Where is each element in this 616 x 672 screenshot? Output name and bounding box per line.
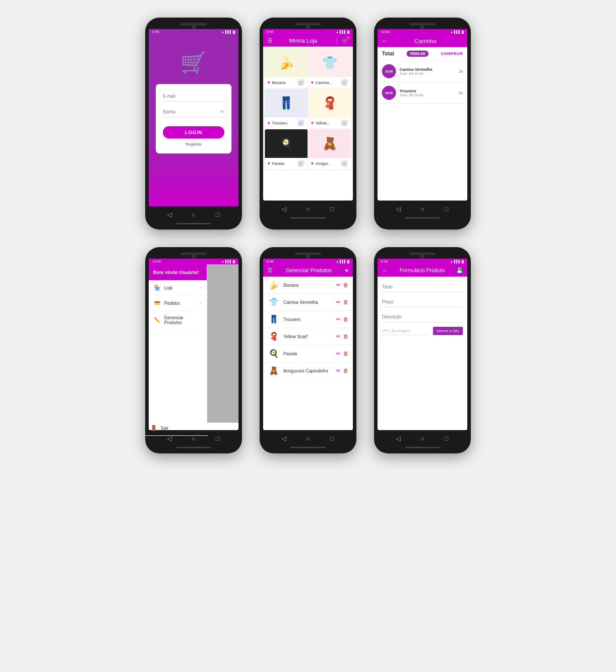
buy-button[interactable]: COMPRAR [441, 51, 463, 56]
shirt-emoji: 👕 [268, 297, 280, 307]
register-link[interactable]: Registrar [163, 142, 224, 146]
cart-icon[interactable]: 🛒2 [342, 38, 348, 44]
add-to-cart-icon[interactable]: 🛒 [341, 160, 348, 167]
product-footer: ♥ Camisa... 🛒 [308, 77, 351, 88]
add-to-cart-icon[interactable]: 🛒 [297, 79, 305, 86]
product-card-banana: 🍌 ♥ Banana 🛒 [265, 48, 308, 88]
edit-icon[interactable]: ✏ [336, 299, 341, 305]
recents-nav-btn[interactable]: □ [214, 435, 222, 442]
product-name-pan: Panela [283, 351, 333, 356]
manage-icon: ✏️ [154, 317, 161, 323]
add-to-cart-icon[interactable]: 🛒 [297, 160, 305, 167]
delete-icon[interactable]: 🗑 [343, 351, 348, 357]
sidebar-overlay[interactable] [207, 264, 238, 423]
add-to-cart-icon[interactable]: 🛒 [341, 79, 348, 86]
login-screen: 9:55 ▲ ▌▌▌ ▓ 🛒 👁 LOG [149, 29, 238, 206]
more-icon[interactable]: ⋮ [334, 38, 339, 44]
status-time: 9:55 [152, 30, 159, 34]
back-nav-btn[interactable]: ◁ [165, 211, 173, 219]
back-icon[interactable]: ← [382, 267, 388, 274]
edit-icon[interactable]: ✏ [336, 351, 341, 357]
edit-icon[interactable]: ✏ [336, 333, 341, 340]
nav-bar: ◁ ○ □ [263, 430, 353, 444]
home-nav-btn[interactable]: ○ [418, 205, 426, 213]
cart-app-bar: ← Carrinho [378, 35, 467, 47]
menu-icon[interactable]: ☰ [268, 38, 272, 44]
store-icon: 🏪 [154, 285, 161, 291]
nav-bar: ◁ ○ □ [263, 201, 353, 215]
manage-item-banana: 🍌 Banana ✏ 🗑 [263, 277, 353, 294]
product-footer: ♥ Amigur... 🛒 [308, 158, 351, 169]
delete-icon[interactable]: 🗑 [343, 299, 348, 305]
cart-price-badge: 59.99 [382, 86, 396, 100]
sidebar-label-loja: Loja [164, 285, 172, 290]
preco-input[interactable] [382, 297, 463, 307]
home-nav-btn[interactable]: ○ [418, 435, 426, 442]
edit-icon[interactable]: ✏ [336, 316, 341, 322]
recents-nav-btn[interactable]: □ [443, 205, 451, 213]
login-button[interactable]: LOGIN [163, 126, 224, 139]
edit-icon[interactable]: ✏ [336, 368, 341, 374]
cart-logo-icon: 🛒 [180, 51, 207, 75]
phone-manage: 9:56 ▲ ▌▌▌ ▓ ☰ Gerenciar Produtos + 🍌 Ba… [260, 247, 356, 453]
back-nav-btn[interactable]: ◁ [394, 435, 402, 442]
email-input[interactable] [163, 94, 224, 99]
back-nav-btn[interactable]: ◁ [394, 205, 402, 213]
battery-icon: ▓ [462, 30, 464, 33]
back-nav-btn[interactable]: ◁ [280, 205, 288, 213]
orders-icon: 💳 [154, 300, 161, 306]
recents-nav-btn[interactable]: □ [443, 435, 451, 442]
sidebar-item-pedidos[interactable]: 💳 Pedidos › [149, 296, 207, 311]
add-product-icon[interactable]: + [345, 267, 348, 274]
favorite-icon[interactable]: ♥ [268, 121, 270, 125]
toggle-password-icon[interactable]: 👁 [220, 110, 224, 114]
favorite-icon[interactable]: ♥ [311, 161, 314, 166]
sidebar-item-loja[interactable]: 🏪 Loja › [149, 280, 207, 296]
home-nav-btn[interactable]: ○ [304, 205, 312, 213]
descricao-input[interactable] [382, 312, 463, 322]
action-icons: ✏ 🗑 [336, 333, 348, 340]
manage-title: Gerenciar Produtos [286, 267, 331, 274]
product-card-scarf: 🧣 ♥ Yellow... 🛒 [308, 89, 351, 128]
battery-icon: ▓ [233, 260, 235, 263]
signal-icon: ▌▌▌ [225, 30, 232, 33]
back-icon[interactable]: ← [382, 37, 388, 44]
signal-icon: ▌▌▌ [225, 260, 232, 263]
menu-icon[interactable]: ☰ [268, 267, 272, 274]
home-nav-btn[interactable]: ○ [304, 435, 312, 442]
sidebar-layout: Bem vindo Usuário! 🏪 Loja › 💳 Pedidos [149, 264, 238, 423]
favorite-icon[interactable]: ♥ [268, 161, 270, 166]
password-input[interactable] [163, 110, 220, 114]
favorite-icon[interactable]: ♥ [268, 80, 270, 85]
total-badge: R$89.98 [407, 51, 429, 57]
delete-icon[interactable]: 🗑 [343, 282, 348, 288]
recents-nav-btn[interactable]: □ [214, 211, 222, 219]
password-field-row: 👁 [163, 107, 224, 117]
delete-icon[interactable]: 🗑 [343, 316, 348, 322]
status-bar: 9:59 ▲ ▌▌▌ ▓ [378, 259, 467, 264]
status-bar: 9:55 ▲ ▌▌▌ ▓ [263, 29, 353, 35]
sidebar-item-gerenciar[interactable]: ✏️ Gerenciar Produtos [149, 311, 207, 330]
back-nav-btn[interactable]: ◁ [280, 435, 288, 442]
delete-icon[interactable]: 🗑 [343, 368, 348, 374]
favorite-icon[interactable]: ♥ [311, 121, 314, 125]
save-icon[interactable]: 💾 [456, 267, 463, 274]
add-to-cart-icon[interactable]: 🛒 [341, 119, 348, 127]
delete-icon[interactable]: 🗑 [343, 333, 348, 340]
recents-nav-btn[interactable]: □ [328, 205, 336, 213]
phone-cart: 10:00 ▲ ▌▌▌ ▓ ← Carrinho Total R$89.98 C… [374, 18, 471, 230]
product-name: Yellow... [315, 121, 339, 125]
recents-nav-btn[interactable]: □ [328, 435, 336, 442]
sidebar-item-sair[interactable]: 🚪 Sair [149, 420, 208, 430]
favorite-icon[interactable]: ♥ [311, 80, 314, 85]
form-title: Formulário Produto [400, 267, 445, 274]
banana-emoji: 🍌 [268, 280, 280, 290]
url-button[interactable]: Informe a URL [433, 327, 463, 335]
email-field-row [163, 91, 224, 102]
nav-bar: ◁ ○ □ [149, 206, 238, 220]
titulo-input[interactable] [382, 282, 463, 292]
add-to-cart-icon[interactable]: 🛒 [297, 119, 305, 127]
status-time: 9:55 [267, 30, 274, 34]
edit-icon[interactable]: ✏ [336, 282, 341, 288]
home-nav-btn[interactable]: ○ [190, 211, 198, 219]
